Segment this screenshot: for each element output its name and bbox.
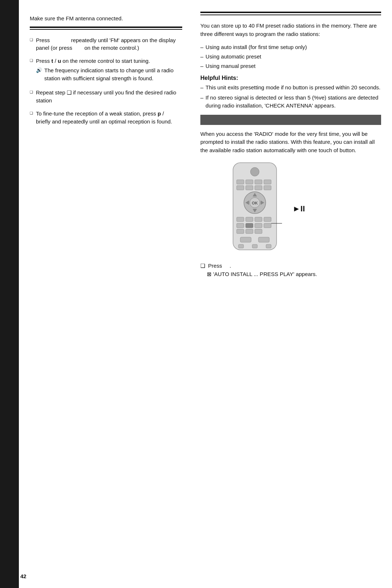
remote-control-image: OK [222,161,287,255]
thick-rule [30,27,182,28]
svg-rect-25 [237,229,244,234]
hint-item-1: – This unit exits presetting mode if no … [200,84,381,92]
svg-rect-31 [252,244,257,248]
press-line: ❑ Press . ⊠ 'AUTO INSTALL ... PRESS PLAY… [200,262,381,278]
svg-rect-21 [237,223,244,228]
dash-text-3: Using manual preset [205,62,256,70]
svg-rect-6 [237,186,244,190]
bullet-sym-2: ❑ [30,58,33,64]
bullet-item-1: ❑ Press repeatedly until 'FM' appears on… [30,36,182,52]
left-column: Make sure the FM antenna connected. ❑ Pr… [19,0,193,588]
auto-install-note: 'AUTO INSTALL ... PRESS PLAY' appears. [213,271,317,277]
sub-note-2: 🔊 The frequency indication starts to cha… [36,66,182,82]
svg-rect-18 [246,217,253,222]
svg-rect-5 [264,180,271,184]
dash-text-1: Using auto install (for first time setup… [205,43,307,51]
top-double-rule [30,27,182,30]
main-content: Make sure the FM antenna connected. ❑ Pr… [19,0,392,588]
bullet-item-2: ❑ Press t / u on the remote control to s… [30,57,182,84]
svg-rect-27 [255,229,262,234]
svg-rect-8 [255,186,262,190]
dash-text-2: Using automatic preset [205,53,261,61]
svg-rect-23 [255,223,262,228]
left-sidebar [0,0,19,588]
svg-rect-2 [237,180,244,184]
hints-list: – This unit exits presetting mode if no … [200,84,381,109]
top-note: Make sure the FM antenna connected. [30,15,182,23]
helpful-hints-title: Helpful Hints: [200,75,381,81]
hint-item-2: – If no stereo signal is detected or les… [200,94,381,110]
svg-rect-19 [255,217,262,222]
thin-rule [30,29,182,30]
right-thin-rule [200,15,381,15]
hint-dash-1: – [200,84,203,92]
svg-point-1 [250,167,259,176]
dark-banner [200,115,381,125]
bullet-item-3: ❑ Repeat step ❑ if necessary until you f… [30,89,182,105]
page-number: 42 [20,573,26,579]
svg-rect-4 [255,180,262,184]
dash-item-2: – Using automatic preset [200,53,381,61]
dash-sym-2: – [200,53,203,61]
svg-rect-20 [264,217,271,222]
dash-list: – Using auto install (for first time set… [200,43,381,70]
bullet-sym-1: ❑ [30,37,33,43]
intro-para: You can store up to 40 FM preset radio s… [200,22,381,38]
bullet-text-1: Press repeatedly until 'FM' appears on t… [36,36,182,52]
hint-text-1: This unit exits presetting mode if no bu… [205,84,380,92]
top-note-text: Make sure the FM antenna connected. [30,15,123,21]
svg-text:OK: OK [252,201,258,205]
svg-rect-7 [246,186,253,190]
dash-sym-3: – [200,62,203,70]
svg-rect-26 [246,229,253,234]
right-column: You can store up to 40 FM preset radio s… [193,0,392,588]
bullet-text-4: To fine-tune the reception of a weak sta… [36,110,182,126]
right-thick-rule [200,12,381,13]
hint-dash-2: – [200,94,203,110]
bullet-sym-3: ❑ [30,90,33,95]
intro-para-text: You can store up to 40 FM preset radio s… [200,23,377,37]
play-pause-symbol: ►II [293,204,305,214]
svg-rect-24 [264,223,271,228]
dash-sym-1: – [200,43,203,51]
page: Make sure the FM antenna connected. ❑ Pr… [0,0,392,588]
right-top-rules [200,12,381,15]
svg-rect-28 [240,237,251,242]
dash-item-1: – Using auto install (for first time set… [200,43,381,51]
auto-install-para: When you access the 'RADIO' mode for the… [200,130,381,155]
svg-rect-32 [266,244,271,248]
svg-rect-9 [264,186,271,190]
press-line-text: ❑ Press . [200,263,231,269]
svg-rect-3 [246,180,253,184]
hint-text-2: If no stereo signal is detected or less … [205,94,381,110]
remote-area: OK [222,161,381,255]
svg-rect-22 [246,223,253,228]
svg-rect-17 [237,217,244,222]
sub-note-text-2: The frequency indication starts to chang… [44,66,182,82]
auto-install-para-text: When you access the 'RADIO' mode for the… [200,131,375,153]
sub-note-sym-2: 🔊 [36,66,42,74]
bullet-text-3: Repeat step ❑ if necessary until you fin… [36,89,182,105]
dash-item-3: – Using manual preset [200,62,381,70]
bullet-text-2: Press t / u on the remote control to sta… [36,57,182,84]
auto-install-sym: ⊠ [207,271,212,277]
svg-rect-30 [238,244,244,248]
svg-rect-29 [258,237,269,242]
bullet-sym-4: ❑ [30,111,33,116]
bullet-item-4: ❑ To fine-tune the reception of a weak s… [30,110,182,126]
